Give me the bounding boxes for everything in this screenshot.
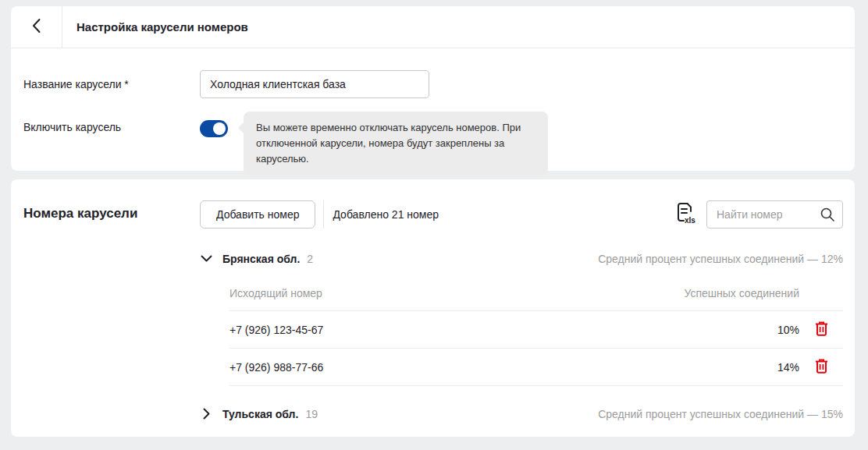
trash-icon (815, 359, 828, 376)
column-header-success: Успешных соединений (684, 287, 799, 299)
chevron-right-icon[interactable] (200, 408, 213, 420)
enable-carousel-row: Включить карусель Вы можете временно отк… (23, 112, 842, 175)
toggle-hint-text: Вы можете временно отключать карусель но… (256, 122, 521, 165)
column-header-number: Исходящий номер (229, 287, 684, 299)
carousel-name-input[interactable] (200, 70, 429, 98)
svg-text:xls: xls (685, 216, 695, 225)
chevron-left-icon (31, 18, 41, 36)
toggle-knob (213, 122, 226, 135)
search-field (706, 200, 843, 229)
enable-carousel-toggle[interactable] (200, 120, 228, 137)
search-icon[interactable] (820, 207, 835, 225)
group-avg-success: Средний процент успешных соединений — 15… (598, 408, 843, 420)
trash-icon (815, 321, 828, 338)
chevron-down-icon[interactable] (200, 255, 213, 262)
delete-number-button[interactable] (813, 320, 830, 340)
group-name: Брянская обл. (222, 253, 300, 265)
group-name: Тульская обл. (222, 408, 298, 420)
group-count: 19 (305, 408, 318, 420)
delete-number-button[interactable] (813, 357, 830, 377)
enable-carousel-label: Включить карусель (23, 112, 200, 133)
toggle-hint-bubble: Вы можете временно отключать карусель но… (244, 112, 548, 175)
carousel-name-label: Название карусели * (23, 78, 200, 90)
numbers-section-title: Номера карусели (23, 200, 200, 431)
success-percent: 14% (777, 361, 799, 374)
toolbar-divider (323, 200, 324, 229)
table-row: +7 (926) 123-45-67 10% (229, 311, 843, 349)
numbers-table: Исходящий номер Успешных соединений +7 (… (229, 276, 843, 386)
numbers-toolbar: Добавить номер Добавлено 21 номер xls (200, 200, 843, 229)
settings-card: Настройка карусели номеров Название кару… (11, 6, 855, 171)
page-header: Настройка карусели номеров (11, 6, 855, 48)
group-header-tula[interactable]: Тульская обл. 19 Средний процент успешны… (200, 396, 843, 431)
group-count: 2 (307, 253, 313, 265)
added-count-text: Добавлено 21 номер (333, 208, 439, 221)
table-row: +7 (926) 988-77-66 14% (229, 349, 843, 386)
xls-export-icon: xls (676, 202, 696, 228)
export-xls-button[interactable]: xls (676, 202, 696, 228)
add-number-button[interactable]: Добавить номер (200, 200, 315, 229)
group-avg-success: Средний процент успешных соединений — 12… (598, 253, 843, 265)
hint-arrow (238, 122, 249, 133)
carousel-name-row: Название карусели * (23, 70, 842, 98)
numbers-card: Номера карусели Добавить номер Добавлено… (11, 179, 855, 437)
outgoing-number: +7 (926) 123-45-67 (229, 324, 777, 336)
back-button[interactable] (11, 6, 62, 48)
success-percent: 10% (777, 324, 799, 336)
table-header-row: Исходящий номер Успешных соединений (229, 276, 843, 311)
outgoing-number: +7 (926) 988-77-66 (229, 361, 777, 374)
group-header-bryansk[interactable]: Брянская обл. 2 Средний процент успешных… (200, 241, 843, 276)
page-title: Настройка карусели номеров (76, 6, 248, 48)
carousel-form: Название карусели * Включить карусель Вы… (11, 48, 855, 175)
